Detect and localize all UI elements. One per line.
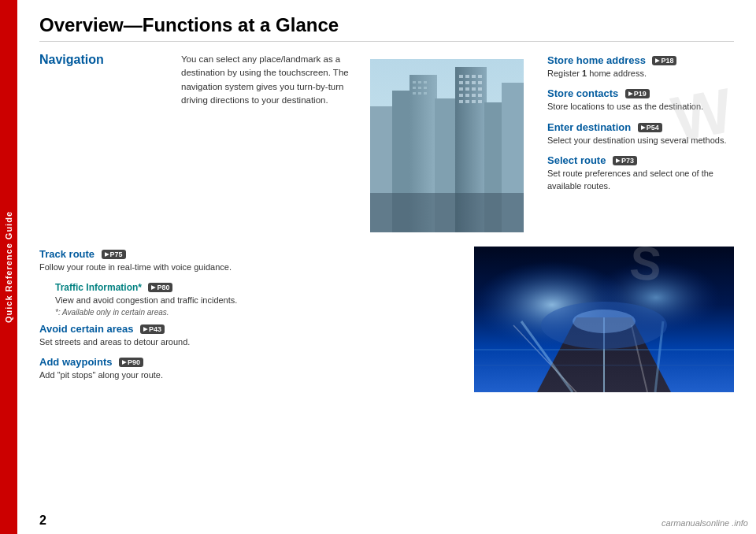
svg-rect-11 bbox=[478, 75, 482, 78]
asterisk-note: *: Available only in certain areas. bbox=[55, 308, 450, 317]
badge-p43: P43 bbox=[140, 324, 165, 334]
svg-rect-19 bbox=[478, 87, 482, 91]
svg-rect-27 bbox=[478, 100, 482, 103]
feature-title-select-route: Select route bbox=[547, 154, 606, 166]
top-section: Navigation You can select any place/land… bbox=[39, 53, 734, 232]
feature-store-home: Store home address P18 Register 1 home a… bbox=[547, 53, 734, 80]
svg-rect-18 bbox=[472, 87, 476, 91]
svg-rect-32 bbox=[418, 87, 421, 89]
svg-rect-17 bbox=[465, 87, 469, 91]
feature-store-contacts: Store contacts P19 Store locations to us… bbox=[547, 86, 734, 113]
feature-enter-destination: Enter destination P54 Select your destin… bbox=[547, 120, 734, 146]
feature-title-traffic: Traffic Information* bbox=[55, 282, 142, 293]
svg-rect-37 bbox=[370, 193, 524, 232]
feature-title-avoid-areas: Avoid certain areas bbox=[39, 323, 133, 335]
feature-desc-store-contacts: Store locations to use as the destinatio… bbox=[547, 101, 734, 113]
svg-rect-23 bbox=[478, 94, 482, 97]
svg-rect-9 bbox=[465, 75, 469, 78]
badge-p73: P73 bbox=[613, 156, 637, 165]
svg-rect-25 bbox=[465, 100, 469, 103]
svg-rect-29 bbox=[418, 81, 421, 83]
feature-traffic-info: Traffic Information* P80 View and avoid … bbox=[55, 280, 450, 316]
badge-p19: P19 bbox=[625, 89, 650, 98]
svg-rect-24 bbox=[459, 100, 463, 103]
feature-title-track-route: Track route bbox=[39, 248, 94, 260]
svg-rect-26 bbox=[472, 100, 476, 103]
bottom-section: Track route P75 Follow your route in rea… bbox=[39, 247, 734, 392]
navigation-features: Store home address P18 Register 1 home a… bbox=[539, 53, 734, 232]
feature-title-enter-destination: Enter destination bbox=[547, 121, 631, 133]
svg-rect-34 bbox=[413, 92, 416, 95]
svg-rect-30 bbox=[424, 81, 427, 83]
page-title: Overview—Functions at a Glance bbox=[39, 14, 734, 42]
building-image bbox=[370, 59, 524, 232]
svg-rect-20 bbox=[459, 94, 463, 97]
svg-rect-10 bbox=[472, 75, 476, 78]
feature-avoid-areas: Avoid certain areas P43 Set streets and … bbox=[39, 321, 450, 348]
svg-rect-48 bbox=[474, 365, 734, 366]
badge-p75: P75 bbox=[102, 250, 126, 259]
bottom-features: Track route P75 Follow your route in rea… bbox=[39, 247, 458, 392]
feature-desc-store-home: Register 1 home address. bbox=[547, 68, 734, 80]
feature-desc-avoid-areas: Set streets and areas to detour around. bbox=[39, 336, 450, 348]
road-image bbox=[474, 247, 734, 392]
feature-title-add-waypoints: Add waypoints bbox=[39, 356, 112, 368]
svg-rect-35 bbox=[418, 92, 421, 95]
badge-p54: P54 bbox=[638, 123, 662, 132]
feature-desc-traffic: View and avoid congestion and traffic in… bbox=[55, 295, 450, 306]
carmanuals-watermark: carmanualsonline .info bbox=[662, 518, 748, 528]
feature-title-store-home: Store home address bbox=[547, 54, 646, 66]
feature-desc-track-route: Follow your route in real-time with voic… bbox=[39, 261, 450, 273]
feature-select-route: Select route P73 Set route preferences a… bbox=[547, 153, 734, 192]
feature-desc-add-waypoints: Add "pit stops" along your route. bbox=[39, 369, 450, 381]
svg-rect-8 bbox=[459, 75, 463, 78]
svg-rect-36 bbox=[424, 92, 427, 95]
svg-rect-21 bbox=[465, 94, 469, 97]
svg-rect-15 bbox=[478, 81, 482, 84]
sidebar-tab-label: Quick Reference Guide bbox=[4, 211, 13, 323]
feature-title-store-contacts: Store contacts bbox=[547, 87, 618, 99]
svg-point-50 bbox=[573, 310, 636, 333]
badge-p80: P80 bbox=[148, 283, 172, 292]
svg-rect-12 bbox=[459, 81, 463, 84]
feature-add-waypoints: Add waypoints P90 Add "pit stops" along … bbox=[39, 354, 450, 381]
page-number: 2 bbox=[39, 514, 46, 528]
badge-p18: P18 bbox=[652, 56, 676, 65]
feature-desc-enter-destination: Select your destination using several me… bbox=[547, 135, 734, 146]
svg-rect-28 bbox=[413, 81, 416, 83]
svg-rect-31 bbox=[413, 87, 416, 89]
top-left-column: Navigation bbox=[39, 53, 165, 232]
svg-rect-14 bbox=[472, 81, 476, 84]
svg-rect-33 bbox=[424, 87, 427, 89]
navigation-intro: You can select any place/landmark as a d… bbox=[181, 53, 354, 232]
svg-rect-16 bbox=[459, 87, 463, 91]
sidebar-tab: Quick Reference Guide bbox=[0, 0, 17, 534]
navigation-section-title: Navigation bbox=[39, 53, 158, 67]
main-content: Overview—Functions at a Glance Navigatio… bbox=[17, 0, 756, 534]
feature-desc-select-route: Set route preferences and select one of … bbox=[547, 168, 734, 192]
feature-track-route: Track route P75 Follow your route in rea… bbox=[39, 247, 450, 273]
svg-rect-13 bbox=[465, 81, 469, 84]
svg-rect-22 bbox=[472, 94, 476, 97]
badge-p90: P90 bbox=[119, 358, 143, 367]
svg-rect-47 bbox=[474, 349, 734, 350]
